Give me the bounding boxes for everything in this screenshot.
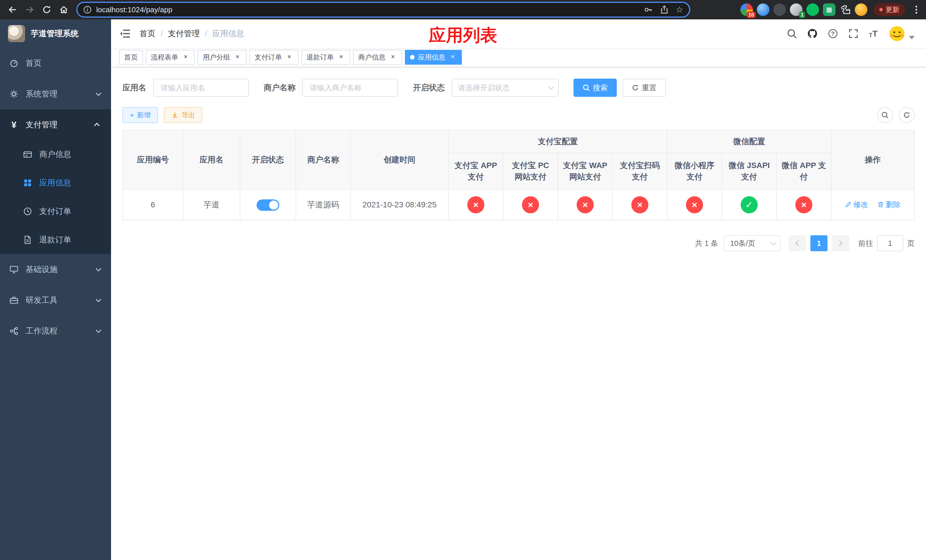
column-header-app-name: 应用名 [183, 130, 240, 189]
toggle-search-button[interactable] [877, 107, 893, 123]
tag-user-group[interactable]: 用户分组 × [198, 50, 247, 65]
bookmark-star-icon[interactable]: ☆ [676, 5, 683, 14]
question-icon: ? [828, 29, 838, 39]
extensions-puzzle-icon[interactable] [840, 4, 851, 15]
sidebar-item-infrastructure[interactable]: 基础设施 [0, 254, 111, 285]
tag-merchant-info[interactable]: 商户信息 × [353, 50, 402, 65]
column-header-created: 创建时间 [351, 130, 448, 189]
breadcrumb-home[interactable]: 首页 [139, 28, 156, 39]
tag-refund-order[interactable]: 退款订单 × [301, 50, 350, 65]
extension-icon-wechat-devtools[interactable] [806, 3, 819, 16]
sidebar-item-system[interactable]: 系统管理 [0, 79, 111, 109]
github-link-button[interactable] [802, 20, 823, 48]
next-page-button[interactable] [832, 235, 849, 251]
main-area: 应用列表 首页 / 支付管理 / 应用信息 [111, 20, 926, 560]
refresh-icon [903, 111, 910, 119]
page-size-select[interactable]: 10条/页 [724, 235, 781, 251]
browser-home-button[interactable] [56, 2, 72, 18]
credit-card-icon [23, 150, 32, 159]
sidebar-item-refund-order[interactable]: 退款订单 [0, 226, 111, 254]
delete-link[interactable]: 删除 [877, 199, 901, 210]
yen-icon: ¥ [9, 120, 19, 130]
extension-icon-dark[interactable] [773, 3, 786, 16]
pagination-total: 共 1 条 [695, 238, 718, 248]
add-button[interactable]: + 新增 [123, 107, 158, 123]
tag-pay-order[interactable]: 支付订单 × [250, 50, 298, 65]
search-button[interactable]: 搜索 [573, 79, 617, 97]
extension-icon-green-grid[interactable]: ▦ [823, 3, 835, 16]
logo-title: 芋道管理系统 [31, 28, 79, 39]
goto-page-input[interactable] [877, 235, 903, 251]
site-info-icon[interactable] [83, 5, 92, 14]
sidebar-toggle-button[interactable] [111, 20, 139, 48]
help-button[interactable]: ? [823, 20, 843, 48]
refresh-table-button[interactable] [899, 107, 915, 123]
user-menu[interactable] [883, 25, 918, 42]
sidebar-item-merchant-info[interactable]: 商户信息 [0, 140, 111, 169]
font-size-button[interactable]: TT [864, 20, 883, 48]
cell-wx-jsapi: ✓ [722, 189, 776, 220]
tag-close-icon[interactable]: × [337, 53, 345, 61]
tag-label: 支付订单 [254, 53, 282, 62]
prev-page-button[interactable] [789, 235, 806, 251]
page-size-value: 10条/页 [730, 238, 755, 248]
tag-label: 应用信息 [418, 53, 445, 62]
tag-app-info[interactable]: 应用信息 × [405, 50, 462, 65]
workflow-icon [9, 326, 19, 336]
tag-close-icon[interactable]: × [285, 53, 293, 61]
column-header-status: 开启状态 [240, 130, 296, 189]
tag-close-icon[interactable]: × [233, 53, 242, 61]
tag-home[interactable]: 首页 [119, 50, 143, 65]
browser-reload-button[interactable] [39, 2, 54, 18]
extension-icon-profile[interactable]: 1 [790, 3, 802, 16]
status-cross-icon: × [522, 196, 539, 213]
table-toolbar: + 新增 导出 [123, 107, 915, 123]
filter-form: 应用名 商户名称 开启状态 请选择开启状态 [123, 79, 915, 97]
sidebar-item-payment[interactable]: ¥ 支付管理 [0, 109, 111, 140]
extension-icon-gem[interactable] [757, 3, 769, 16]
tag-label: 首页 [124, 53, 138, 62]
sidebar-item-label: 支付订单 [39, 206, 71, 217]
grid-icon [23, 178, 32, 188]
address-bar[interactable]: localhost:1024/pay/app ☆ [76, 2, 690, 18]
edit-link[interactable]: 修改 [845, 199, 868, 210]
browser-back-button[interactable] [5, 2, 21, 18]
extension-icon-pinwheel[interactable]: 10 [740, 3, 753, 16]
merchant-name-input[interactable] [303, 79, 398, 97]
reset-button[interactable]: 重置 [622, 79, 666, 97]
back-arrow-icon [8, 5, 17, 15]
header-search-button[interactable] [782, 20, 802, 48]
navbar: 首页 / 支付管理 / 应用信息 ? [111, 20, 926, 48]
tag-process-form[interactable]: 流程表单 × [146, 50, 195, 65]
browser-menu-kebab-icon[interactable] [911, 2, 921, 17]
sidebar-item-app-info[interactable]: 应用信息 [0, 169, 111, 197]
share-icon[interactable] [660, 5, 669, 14]
update-dot [879, 8, 883, 11]
fullscreen-button[interactable] [843, 20, 864, 48]
chevron-up-icon [94, 123, 100, 129]
monitor-icon [9, 265, 19, 274]
breadcrumb-payment[interactable]: 支付管理 [168, 28, 200, 39]
tag-close-icon[interactable]: × [449, 53, 457, 61]
app-name-input[interactable] [153, 79, 249, 97]
tag-close-icon[interactable]: × [389, 53, 397, 61]
sidebar-item-devtools[interactable]: 研发工具 [0, 285, 111, 316]
url-text[interactable]: localhost:1024/pay/app [96, 5, 172, 14]
browser-update-button[interactable]: 更新 [874, 3, 905, 16]
filter-status: 开启状态 请选择开启状态 [413, 79, 559, 97]
sidebar-logo[interactable]: 芋道管理系统 [0, 20, 111, 48]
cell-wx-app: × [776, 189, 831, 220]
status-select[interactable]: 请选择开启状态 [452, 79, 559, 97]
page-number-button[interactable]: 1 [810, 235, 828, 251]
tag-close-icon[interactable]: × [182, 53, 190, 61]
app-table: 应用编号 应用名 开启状态 商户名称 创建时间 支付宝配置 微信配置 操作 支付… [123, 130, 915, 221]
search-icon [583, 84, 590, 91]
sidebar-item-pay-order[interactable]: 支付订单 [0, 197, 111, 226]
password-key-icon[interactable] [644, 5, 653, 14]
sidebar-item-home[interactable]: 首页 [0, 48, 111, 79]
sidebar-item-workflow[interactable]: 工作流程 [0, 316, 111, 347]
browser-avatar-icon[interactable] [855, 3, 867, 16]
status-toggle[interactable] [257, 200, 279, 211]
browser-forward-button[interactable] [22, 2, 38, 18]
export-button[interactable]: 导出 [164, 107, 203, 123]
